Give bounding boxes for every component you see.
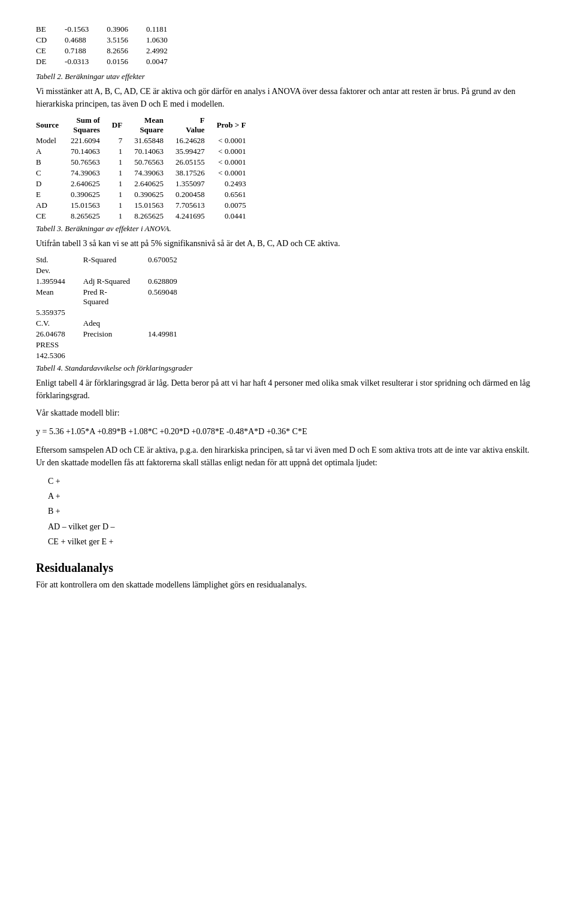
anova-header-ss: Sum ofSquares: [71, 115, 112, 135]
mean-value: 5.359375: [36, 307, 83, 318]
paragraph5: Eftersom samspelen AD och CE är aktiva, …: [36, 444, 539, 469]
list-item: A +: [48, 489, 539, 504]
anova-table-row: A70.14063170.1406335.99427< 0.0001: [36, 146, 258, 157]
anova-table-row: E0.39062510.3906250.2004580.6561: [36, 189, 258, 200]
dev-label: Dev.: [36, 265, 83, 276]
anova-table-row: AD15.01563115.015637.7056130.0075: [36, 200, 258, 211]
anova-table: Source Sum ofSquares DF MeanSquare FValu…: [36, 115, 539, 222]
std-label: Std.: [36, 255, 83, 265]
intro-table-row: CE0.71888.26562.4992: [36, 46, 186, 56]
intro-table-row: DE-0.03130.01560.0047: [36, 56, 186, 67]
predrsq-value: 0.569048: [148, 287, 195, 307]
anova-header-df: DF: [112, 115, 134, 135]
mean-label: Mean: [36, 287, 83, 307]
list-item: B +: [48, 504, 539, 519]
anova-header-fval: FValue: [175, 115, 217, 135]
rsq-label: R-Squared: [83, 255, 148, 265]
list-item: CE + vilket ger E +: [48, 534, 539, 549]
adeq-label: Adeq: [83, 318, 148, 329]
anova-header-source: Source: [36, 115, 71, 135]
adjrsq-value: 0.628809: [148, 276, 195, 287]
rsq-value: 0.670052: [148, 255, 195, 265]
factor-list: C +A +B +AD – vilket ger D –CE + vilket …: [48, 474, 539, 549]
paragraph4: Vår skattade modell blir:: [36, 407, 539, 419]
intro-table-row: CD0.46883.51561.0630: [36, 35, 186, 46]
predrsq-label: Pred R-Squared: [83, 287, 148, 307]
cv-label: C.V.: [36, 318, 83, 329]
tabell2-caption: Tabell 2. Beräkningar utav effekter: [36, 72, 539, 81]
anova-table-row: B50.76563150.7656326.05155< 0.0001: [36, 157, 258, 168]
stats-table: Std. R-Squared 0.670052 Dev. 1.395944 Ad…: [36, 255, 539, 361]
cv-value: 26.04678: [36, 329, 83, 340]
paragraph1: Vi misstänker att A, B, C, AD, CE är akt…: [36, 85, 539, 110]
anova-table-row: C74.39063174.3906338.17526< 0.0001: [36, 168, 258, 178]
anova-table-row: CE8.26562518.2656254.2416950.0441: [36, 211, 258, 222]
list-item: C +: [48, 474, 539, 489]
intro-table-row: BE-0.15630.39060.1181: [36, 24, 186, 35]
intro-table: BE-0.15630.39060.1181CD0.46883.51561.063…: [36, 24, 539, 67]
paragraph3: Enligt tabell 4 är förklaringsgrad är lå…: [36, 377, 539, 402]
anova-table-row: D2.64062512.6406251.3550970.2493: [36, 178, 258, 189]
anova-table-row: Model221.6094731.6584816.24628< 0.0001: [36, 135, 258, 146]
tabell3-caption: Tabell 3. Beräkningar av effekter i ANOV…: [36, 224, 539, 234]
anova-header-ms: MeanSquare: [134, 115, 175, 135]
residualanalys-heading: Residualanalys: [36, 561, 539, 575]
formula: y = 5.36 +1.05*A +0.89*B +1.08*C +0.20*D…: [36, 425, 539, 438]
tabell4-caption: Tabell 4. Standardavvikelse och förklari…: [36, 363, 539, 373]
paragraph2: Utifrån tabell 3 så kan vi se att på 5% …: [36, 237, 539, 250]
list-item: AD – vilket ger D –: [48, 519, 539, 534]
adjrsq-label: Adj R-Squared: [83, 276, 148, 287]
paragraph6: För att kontrollera om den skattade mode…: [36, 578, 539, 591]
press-value: 142.5306: [36, 350, 83, 361]
anova-header-prob: Prob > F: [217, 115, 258, 135]
precision-label: Precision: [83, 329, 148, 340]
press-label: PRESS: [36, 340, 83, 350]
adeq-value: 14.49981: [148, 329, 195, 340]
dev-value: 1.395944: [36, 276, 83, 287]
